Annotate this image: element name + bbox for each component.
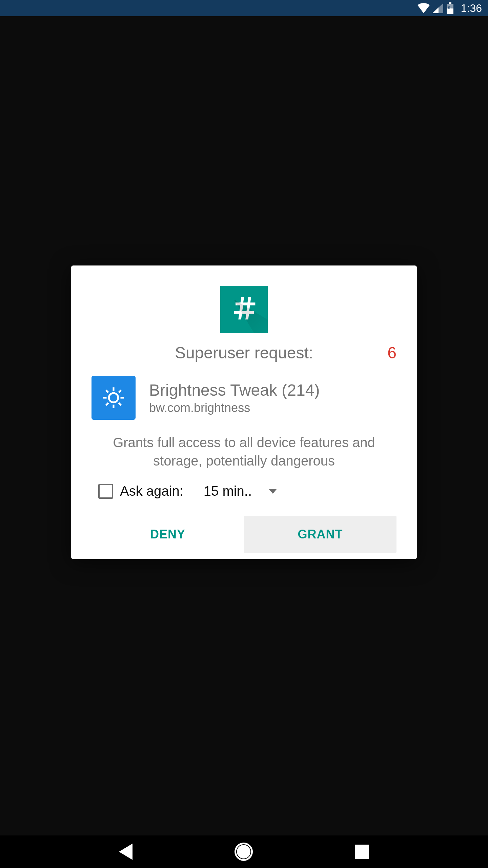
ask-again-dropdown[interactable]: 15 min.. bbox=[204, 484, 277, 499]
back-button[interactable] bbox=[119, 844, 133, 860]
battery-icon: 51 bbox=[446, 2, 454, 14]
wifi-icon bbox=[418, 3, 430, 13]
svg-point-4 bbox=[109, 393, 118, 402]
ask-again-checkbox[interactable] bbox=[98, 484, 113, 499]
status-bar: 51 1:36 bbox=[0, 0, 488, 16]
svg-line-11 bbox=[106, 403, 108, 405]
warning-text: Grants full access to all device feature… bbox=[92, 433, 396, 470]
grant-button[interactable]: GRANT bbox=[244, 516, 396, 553]
home-button[interactable] bbox=[235, 843, 253, 861]
requesting-app-name: Brightness Tweak (214) bbox=[149, 381, 320, 399]
svg-line-9 bbox=[106, 390, 108, 393]
svg-text:51: 51 bbox=[448, 6, 452, 10]
svg-line-12 bbox=[119, 390, 121, 393]
cellular-icon bbox=[432, 3, 443, 13]
svg-rect-0 bbox=[449, 2, 451, 4]
status-time: 1:36 bbox=[461, 2, 482, 15]
dialog-title: Superuser request: bbox=[175, 343, 313, 362]
navigation-bar bbox=[0, 835, 488, 868]
superuser-app-icon bbox=[220, 286, 268, 333]
countdown-timer: 6 bbox=[387, 343, 396, 362]
ask-again-label: Ask again: bbox=[120, 484, 183, 499]
ask-again-selected: 15 min.. bbox=[204, 484, 252, 499]
deny-button[interactable]: DENY bbox=[92, 516, 244, 553]
requesting-app-icon bbox=[92, 376, 136, 420]
svg-line-10 bbox=[119, 403, 121, 405]
requesting-app-package: bw.com.brightness bbox=[149, 401, 320, 415]
recent-apps-button[interactable] bbox=[355, 845, 369, 859]
chevron-down-icon bbox=[269, 489, 277, 494]
superuser-dialog: Superuser request: 6 Brightn bbox=[71, 265, 417, 559]
